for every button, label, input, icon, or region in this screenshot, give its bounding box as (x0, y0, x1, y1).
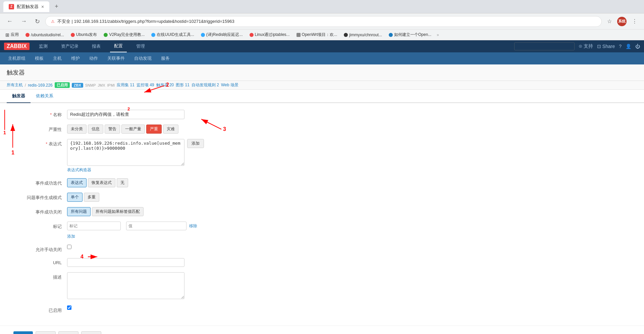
bookmark-v2ray[interactable]: V2Ray完全使用教... (101, 31, 147, 39)
breadcrumb-apps[interactable]: 应用集 11 (117, 82, 135, 88)
subnav-maintenance[interactable]: 维护 (67, 52, 84, 64)
more-bookmarks[interactable]: » (437, 33, 439, 37)
bookmark-label: (译)Redis响应延迟... (206, 32, 243, 38)
event-success-recovery[interactable]: 恢复表达式 (88, 178, 115, 187)
severity-high[interactable]: 严重 (146, 125, 162, 134)
allow-manual-checkbox[interactable] (67, 245, 71, 249)
subnav-hosts[interactable]: 主机 (49, 52, 66, 64)
share-icon[interactable]: ⊡ Share (597, 44, 615, 49)
tag-value-input[interactable] (126, 222, 186, 230)
enabled-checkbox[interactable] (67, 305, 71, 310)
severity-row: 严重性 未分类 信息 警告 一般产量 严重 灾难 (13, 125, 631, 134)
event-close-all[interactable]: 所有问题 (67, 207, 91, 216)
nav-item-reports[interactable]: 报表 (88, 40, 105, 52)
subnav-templates[interactable]: 模板 (31, 52, 48, 64)
expression-add-button[interactable]: 添加 (187, 139, 204, 148)
tag-name-input[interactable] (67, 222, 121, 230)
address-bar[interactable]: ⚠ 不安全 | 192.168.169.131/zabbix/triggers.… (45, 16, 602, 27)
expression-row: 表达式 {192.168.169.226:redis.info.value[us… (13, 139, 631, 173)
event-success-none[interactable]: 无 (117, 178, 128, 187)
event-close-control: 所有问题 所有问题如果标签值匹配 (67, 207, 235, 216)
forward-button[interactable]: → (18, 16, 30, 26)
refresh-button[interactable]: ↻ (32, 16, 43, 27)
tab-trigger[interactable]: 触发器 (7, 90, 31, 103)
expression-constructor-link[interactable]: 表达式构造器 (67, 168, 91, 172)
url-text: 不安全 | 192.168.169.131/zabbix/triggers.ph… (57, 18, 234, 25)
severity-average[interactable]: 一般产量 (121, 125, 145, 134)
menu-button[interactable]: ⋮ (629, 17, 640, 26)
support-icon[interactable]: ⊙ 支持 (579, 43, 593, 49)
nav-item-monitoring[interactable]: 监测 (35, 40, 52, 52)
github-icon (344, 33, 348, 37)
event-close-label: 事件成功关闭 (13, 207, 67, 215)
severity-info[interactable]: 信息 (88, 125, 103, 134)
event-success-expression[interactable]: 表达式 (67, 178, 87, 187)
breadcrumb-graphs[interactable]: 图形 11 (176, 82, 190, 88)
new-tab-button[interactable]: + (52, 2, 61, 11)
bookmark-open2[interactable]: 如何建立一个Open... (386, 31, 434, 39)
url-row: URL (13, 258, 631, 267)
user-avatar[interactable]: 系统 (617, 17, 627, 26)
breadcrumb-discovery[interactable]: 自动发现规则 2 (192, 82, 219, 88)
severity-warning[interactable]: 警告 (105, 125, 120, 134)
name-input[interactable]: Redis超过的内存阀值，请检查 (67, 110, 184, 119)
tab-dependencies[interactable]: 依赖关系 (31, 90, 59, 103)
subnav-related-events[interactable]: 关联事件 (103, 52, 129, 64)
tag-remove-link[interactable]: 移除 (189, 223, 197, 229)
subnav-services[interactable]: 服务 (157, 52, 174, 64)
nav-item-assets[interactable]: 资产记录 (57, 40, 83, 52)
description-textarea[interactable] (67, 272, 184, 299)
bookmark-openwrt[interactable]: OpenWrt项目：欢... (294, 31, 340, 39)
problem-event-toggle: 单个 多重 (67, 193, 235, 202)
openwrt-icon (297, 33, 301, 37)
tab-favicon: Z (9, 4, 14, 9)
bookmark-ubuntu-rel[interactable]: /ubuntustudio/rel... (23, 31, 67, 39)
bookmark-linux[interactable]: Linux通过iptables... (247, 31, 292, 39)
bookmark-apps[interactable]: ⊞ 应用 (3, 31, 21, 39)
bookmark-redis[interactable]: (译)Redis响应延迟... (198, 31, 246, 39)
breadcrumb-monitors[interactable]: 监控项 49 (137, 82, 154, 88)
tab-close-button[interactable]: × (41, 4, 44, 9)
browser-tab[interactable]: Z 配置触发器 × (3, 1, 49, 12)
bookmark-ubuntu[interactable]: Ubuntu发布 (68, 31, 100, 39)
update-button[interactable]: 更新 (13, 331, 33, 334)
severity-disaster[interactable]: 灾难 (163, 125, 178, 134)
description-control (67, 272, 235, 300)
global-search-input[interactable] (514, 42, 575, 50)
nav-item-admin[interactable]: 管理 (132, 40, 149, 52)
security-icon: ⚠ (51, 19, 55, 24)
bookmark-button[interactable]: ☆ (604, 17, 614, 26)
subnav-host-groups[interactable]: 主机群组 (4, 52, 30, 64)
breadcrumb-triggers[interactable]: 触发器 20 (156, 82, 174, 88)
ubuntu-icon (71, 33, 75, 37)
breadcrumb-web[interactable]: Web 场景 (221, 82, 238, 88)
expression-textarea[interactable]: {192.168.169.226:redis.info.value[used_m… (67, 139, 184, 166)
severity-not-classified[interactable]: 未分类 (67, 125, 87, 134)
nav-item-config[interactable]: 配置 (110, 40, 127, 52)
browser-chrome: Z 配置触发器 × + (0, 0, 644, 13)
breadcrumb-host[interactable]: redis-169.226 (28, 83, 52, 88)
delete-button[interactable]: 删除 (58, 331, 78, 334)
breadcrumb-all-hosts[interactable]: 所有主机 (7, 82, 23, 88)
help-icon[interactable]: ? (619, 44, 622, 49)
problem-event-multiple[interactable]: 多重 (84, 193, 99, 202)
event-success-control: 表达式 恢复表达式 无 (67, 178, 235, 187)
logout-icon[interactable]: ⏻ (635, 44, 640, 49)
bookmark-jimmy[interactable]: jimmyxu/chnrout... (341, 31, 384, 39)
expression-input-row: {192.168.169.226:redis.info.value[used_m… (67, 139, 235, 166)
event-close-matching[interactable]: 所有问题如果标签值匹配 (92, 207, 144, 216)
subnav-actions[interactable]: 动作 (85, 52, 102, 64)
clone-button[interactable]: 克隆 (36, 331, 56, 334)
tag-add-link[interactable]: 添加 (67, 234, 75, 239)
user-icon[interactable]: 👤 (626, 44, 631, 49)
url-input[interactable] (67, 258, 184, 267)
monitors-label: 监控项 (137, 83, 149, 87)
subnav-discovery[interactable]: 自动发现 (130, 52, 156, 64)
bookmark-uuid[interactable]: 在线UUID生成工具... (149, 31, 197, 39)
cancel-button[interactable]: 取消 (81, 331, 101, 334)
zbx-badge: ZBX (72, 83, 83, 88)
back-button[interactable]: ← (4, 16, 15, 26)
url-label: URL (13, 258, 67, 265)
description-label: 描述 (13, 272, 67, 280)
problem-event-single[interactable]: 单个 (67, 193, 83, 202)
